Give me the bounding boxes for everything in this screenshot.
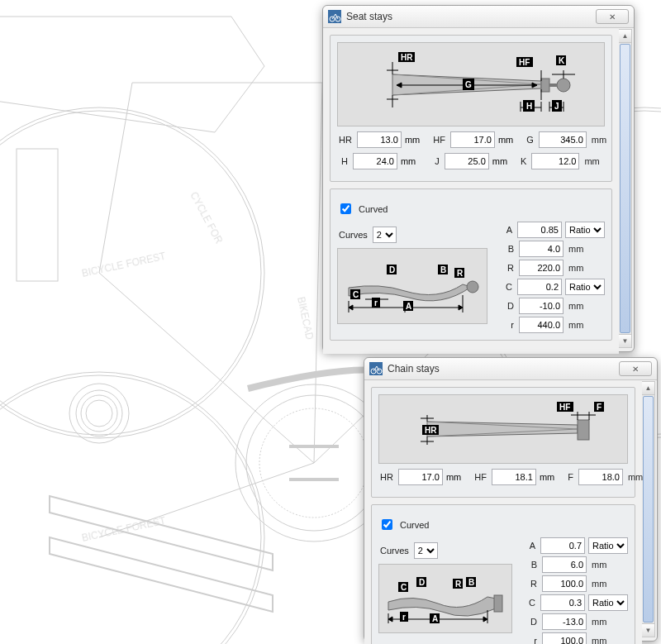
scroll-thumb[interactable] <box>620 44 630 333</box>
curves-count-select[interactable]: 2 <box>414 542 438 559</box>
unit-mm: mm <box>567 301 605 311</box>
input-c[interactable] <box>517 279 562 295</box>
svg-text:HR: HR <box>425 426 437 435</box>
scroll-down-button[interactable]: ▼ <box>619 334 631 347</box>
vertical-scrollbar[interactable]: ▲ ▼ <box>641 381 655 637</box>
label-r-upper: R <box>524 579 539 589</box>
stay-geometry-panel: HR HF K G H J HR mm HF mm G mm <box>330 35 612 182</box>
svg-point-5 <box>0 375 261 644</box>
stay-geometry-panel: HF F HR HR mm HF mm F mm <box>371 387 635 498</box>
input-hf[interactable] <box>492 469 536 485</box>
svg-text:J: J <box>554 102 559 111</box>
svg-text:R: R <box>457 269 464 278</box>
input-k[interactable] <box>531 153 579 169</box>
unit-mm: mm <box>405 135 420 145</box>
scroll-down-button[interactable]: ▼ <box>642 623 654 637</box>
unit-mm: mm <box>498 135 513 145</box>
unit-mm: mm <box>540 472 554 482</box>
c-unit-select[interactable]: Ratio <box>565 279 605 295</box>
label-r-upper: R <box>501 263 516 273</box>
svg-rect-23 <box>541 79 549 92</box>
svg-text:H: H <box>526 102 532 111</box>
label-hf: HF <box>473 472 488 482</box>
curve-panel: Curved Curves 2 <box>330 188 612 341</box>
titlebar[interactable]: Chain stays ✕ <box>364 358 657 380</box>
input-r-upper[interactable] <box>519 260 564 276</box>
svg-point-11 <box>76 390 122 436</box>
input-j[interactable] <box>445 153 489 169</box>
unit-mm: mm <box>590 579 628 589</box>
row-h-j-k: H mm J mm K mm <box>337 153 605 169</box>
input-r-lower[interactable] <box>519 317 564 333</box>
seat-stays-dialog: Seat stays ✕ ▲ ▼ <box>322 5 635 352</box>
titlebar[interactable]: Seat stays ✕ <box>323 6 634 28</box>
input-h[interactable] <box>353 153 397 169</box>
input-a[interactable] <box>540 537 585 554</box>
svg-text:BICYCLE FOREST: BICYCLE FOREST <box>81 250 168 279</box>
svg-text:R: R <box>455 580 462 589</box>
svg-point-4 <box>0 372 264 644</box>
a-unit-select[interactable]: Ratio <box>588 537 628 554</box>
svg-point-10 <box>69 384 129 443</box>
label-f: F <box>566 472 575 482</box>
curves-count-select[interactable]: 2 <box>373 227 397 243</box>
input-hr[interactable] <box>398 469 443 485</box>
label-b: B <box>501 244 516 254</box>
label-d: D <box>501 301 516 311</box>
unit-mm: mm <box>492 156 507 166</box>
svg-text:K: K <box>559 56 565 65</box>
input-r-lower[interactable] <box>542 632 587 644</box>
label-h: H <box>340 156 350 166</box>
svg-text:B: B <box>468 578 474 587</box>
chain-stay-diagram: HF F HR <box>378 394 628 464</box>
svg-rect-90 <box>494 595 502 612</box>
vertical-scrollbar[interactable]: ▲ ▼ <box>618 29 632 348</box>
input-c[interactable] <box>540 594 585 611</box>
input-hr[interactable] <box>357 131 402 148</box>
label-a: A <box>522 541 537 551</box>
scroll-up-button[interactable]: ▲ <box>642 382 654 395</box>
svg-point-53 <box>467 281 478 293</box>
unit-mm: mm <box>446 472 461 482</box>
svg-text:C: C <box>353 290 359 299</box>
input-f[interactable] <box>578 469 623 485</box>
c-unit-select[interactable]: Ratio <box>588 594 628 611</box>
svg-point-1 <box>0 111 261 435</box>
input-d[interactable] <box>542 613 587 630</box>
label-curves: Curves <box>378 546 411 556</box>
unit-mm: mm <box>590 560 628 570</box>
close-button[interactable]: ✕ <box>596 9 629 24</box>
input-hf[interactable] <box>450 131 495 148</box>
unit-mm: mm <box>583 156 601 166</box>
label-r-lower: r <box>524 636 539 644</box>
scroll-up-button[interactable]: ▲ <box>619 30 631 43</box>
svg-rect-76 <box>578 420 589 440</box>
input-a[interactable] <box>517 222 562 238</box>
svg-text:r: r <box>402 613 406 622</box>
svg-text:A: A <box>432 614 438 623</box>
label-hr: HR <box>337 135 354 145</box>
unit-mm: mm <box>590 135 608 145</box>
input-b[interactable] <box>519 241 564 257</box>
svg-text:D: D <box>419 578 425 587</box>
unit-mm: mm <box>567 263 605 273</box>
curve-panel: Curved Curves 2 <box>371 504 635 644</box>
scroll-thumb[interactable] <box>643 396 654 623</box>
row-hr-hf-f: HR mm HF mm F mm <box>378 469 628 485</box>
svg-text:G: G <box>465 80 472 89</box>
label-c: C <box>499 282 514 292</box>
input-b[interactable] <box>542 556 587 573</box>
curved-checkbox[interactable] <box>340 203 351 214</box>
svg-point-0 <box>0 107 264 438</box>
a-unit-select[interactable]: Ratio <box>565 222 605 238</box>
input-r-upper[interactable] <box>542 575 587 592</box>
close-button[interactable]: ✕ <box>619 361 652 376</box>
svg-point-12 <box>81 395 117 432</box>
input-d[interactable] <box>519 298 564 314</box>
input-g[interactable] <box>539 131 587 148</box>
label-d: D <box>524 617 539 627</box>
unit-mm: mm <box>590 636 628 644</box>
curved-checkbox[interactable] <box>382 519 392 530</box>
label-curves: Curves <box>337 230 369 240</box>
seat-curve-diagram: D B R C r A <box>337 248 487 324</box>
